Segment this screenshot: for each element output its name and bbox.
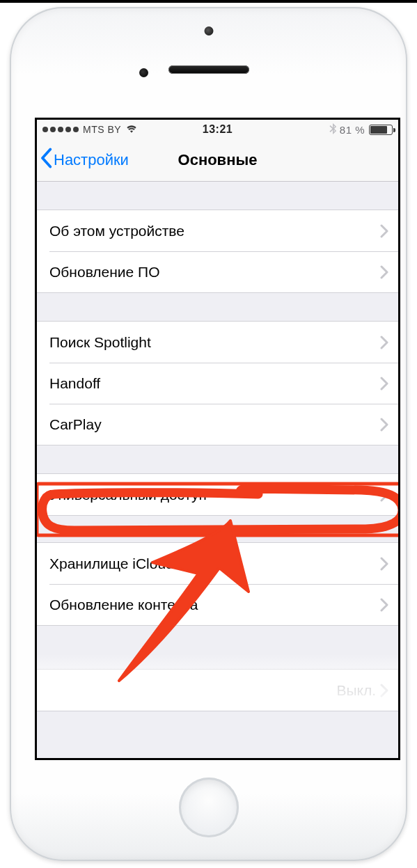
iphone-device-frame: MTS BY 13:21 81 % (10, 7, 407, 861)
chevron-right-icon (380, 418, 388, 432)
carrier-label: MTS BY (83, 124, 121, 135)
front-camera (204, 26, 213, 35)
back-button[interactable]: Настройки (37, 148, 129, 173)
chevron-right-icon (380, 598, 388, 612)
wifi-icon (125, 125, 138, 134)
battery-fill (370, 126, 387, 134)
screen: MTS BY 13:21 81 % (35, 118, 400, 760)
chevron-left-icon (40, 148, 52, 173)
back-label: Настройки (54, 151, 129, 169)
settings-group-accessibility: Универсальный доступ (37, 473, 398, 516)
chevron-right-icon (380, 557, 388, 571)
cell-label: Обновление контента (49, 597, 380, 613)
cell-label: Универсальный доступ (49, 487, 380, 503)
cell-label: Обновление ПО (49, 264, 380, 281)
battery-icon (369, 125, 393, 135)
cell-carplay[interactable]: CarPlay (37, 404, 398, 445)
ear-speaker (168, 65, 249, 74)
cell-storage[interactable]: Хранилище iCloud (37, 543, 398, 584)
chevron-right-icon (380, 377, 388, 390)
cell-accessibility[interactable]: Универсальный доступ (37, 474, 398, 515)
cell-background-refresh[interactable]: Обновление контента (37, 584, 398, 625)
cell-software-update[interactable]: Обновление ПО (37, 251, 398, 292)
cell-label: Хранилище iCloud (49, 555, 380, 572)
home-button[interactable] (179, 778, 239, 837)
cell-handoff[interactable]: Handoff (37, 363, 398, 404)
cell-label: Об этом устройстве (49, 223, 380, 239)
clock: 13:21 (203, 123, 233, 136)
cell-spotlight[interactable]: Поиск Spotlight (37, 322, 398, 363)
page-title: Основные (178, 151, 258, 169)
bluetooth-icon (329, 123, 337, 136)
chevron-right-icon (380, 336, 388, 349)
chevron-right-icon (380, 488, 388, 502)
cell-label: Поиск Spotlight (49, 334, 380, 351)
settings-group-storage: Хранилище iCloud Обновление контента (37, 542, 398, 626)
chevron-right-icon (380, 265, 388, 279)
cell-about-device[interactable]: Об этом устройстве (37, 210, 398, 251)
settings-group-features: Поиск Spotlight Handoff CarPlay (37, 321, 398, 445)
cell-label: Handoff (49, 375, 380, 392)
navigation-bar: Настройки Основные (37, 139, 398, 182)
status-bar: MTS BY 13:21 81 % (37, 120, 398, 139)
battery-percent: 81 % (340, 124, 365, 136)
signal-dots (42, 127, 79, 132)
chevron-right-icon (380, 224, 388, 238)
cell-label: CarPlay (49, 416, 380, 433)
proximity-sensor (139, 68, 148, 77)
settings-group-about: Об этом устройстве Обновление ПО (37, 210, 398, 293)
bottom-fade (37, 654, 398, 702)
